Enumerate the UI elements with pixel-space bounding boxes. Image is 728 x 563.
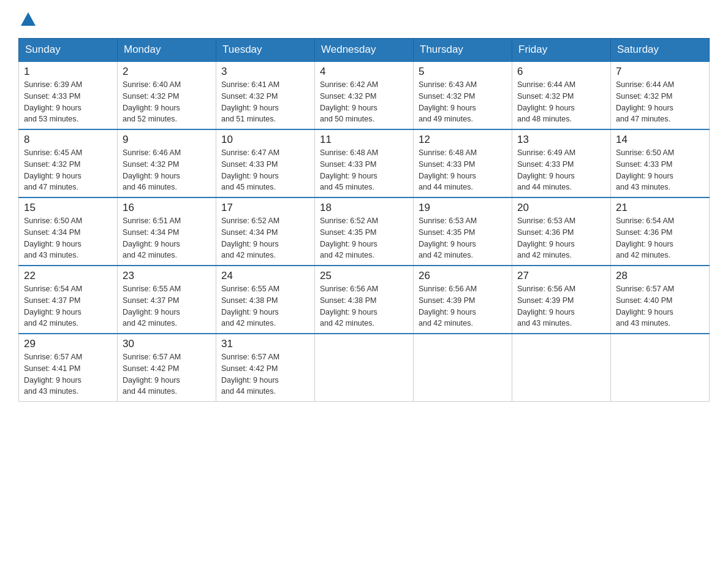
calendar-cell: 18 Sunrise: 6:52 AMSunset: 4:35 PMDaylig… <box>315 197 414 266</box>
weekday-header-wednesday: Wednesday <box>315 39 414 62</box>
calendar-cell <box>512 334 611 402</box>
day-number: 12 <box>419 134 507 146</box>
weekday-header-tuesday: Tuesday <box>216 39 315 62</box>
week-row-5: 29 Sunrise: 6:57 AMSunset: 4:41 PMDaylig… <box>19 334 710 402</box>
day-info: Sunrise: 6:56 AMSunset: 4:39 PMDaylight:… <box>517 285 575 327</box>
day-number: 9 <box>123 134 211 146</box>
day-number: 22 <box>24 270 112 282</box>
calendar-cell: 22 Sunrise: 6:54 AMSunset: 4:37 PMDaylig… <box>19 266 118 334</box>
calendar-cell: 1 Sunrise: 6:39 AMSunset: 4:33 PMDayligh… <box>19 61 118 129</box>
calendar-cell: 7 Sunrise: 6:44 AMSunset: 4:32 PMDayligh… <box>611 61 710 129</box>
calendar-cell: 25 Sunrise: 6:56 AMSunset: 4:38 PMDaylig… <box>315 266 414 334</box>
day-number: 30 <box>123 338 211 350</box>
logo <box>18 12 37 28</box>
calendar-cell: 30 Sunrise: 6:57 AMSunset: 4:42 PMDaylig… <box>118 334 216 402</box>
day-number: 17 <box>221 202 309 214</box>
day-info: Sunrise: 6:44 AMSunset: 4:32 PMDaylight:… <box>616 80 674 123</box>
day-number: 8 <box>24 134 112 146</box>
calendar-cell: 11 Sunrise: 6:48 AMSunset: 4:33 PMDaylig… <box>315 129 414 197</box>
calendar-cell: 4 Sunrise: 6:42 AMSunset: 4:32 PMDayligh… <box>315 61 414 129</box>
calendar-cell: 27 Sunrise: 6:56 AMSunset: 4:39 PMDaylig… <box>512 266 611 334</box>
day-info: Sunrise: 6:41 AMSunset: 4:32 PMDaylight:… <box>221 80 279 123</box>
day-info: Sunrise: 6:53 AMSunset: 4:35 PMDaylight:… <box>419 216 477 259</box>
day-number: 18 <box>320 202 408 214</box>
day-info: Sunrise: 6:56 AMSunset: 4:39 PMDaylight:… <box>419 285 477 327</box>
day-info: Sunrise: 6:43 AMSunset: 4:32 PMDaylight:… <box>419 80 477 123</box>
week-row-3: 15 Sunrise: 6:50 AMSunset: 4:34 PMDaylig… <box>19 197 710 266</box>
weekday-header-sunday: Sunday <box>19 39 118 62</box>
calendar-cell: 17 Sunrise: 6:52 AMSunset: 4:34 PMDaylig… <box>216 197 315 266</box>
day-number: 10 <box>221 134 309 146</box>
day-info: Sunrise: 6:50 AMSunset: 4:33 PMDaylight:… <box>616 148 674 191</box>
calendar-cell: 5 Sunrise: 6:43 AMSunset: 4:32 PMDayligh… <box>414 61 512 129</box>
calendar-cell: 26 Sunrise: 6:56 AMSunset: 4:39 PMDaylig… <box>414 266 512 334</box>
calendar-cell <box>611 334 710 402</box>
day-info: Sunrise: 6:45 AMSunset: 4:32 PMDaylight:… <box>24 148 82 191</box>
day-info: Sunrise: 6:54 AMSunset: 4:36 PMDaylight:… <box>616 216 674 259</box>
day-info: Sunrise: 6:53 AMSunset: 4:36 PMDaylight:… <box>517 216 575 259</box>
day-number: 4 <box>320 66 408 78</box>
day-info: Sunrise: 6:47 AMSunset: 4:33 PMDaylight:… <box>221 148 279 191</box>
weekday-header-row: SundayMondayTuesdayWednesdayThursdayFrid… <box>19 39 710 62</box>
calendar-cell: 12 Sunrise: 6:48 AMSunset: 4:33 PMDaylig… <box>414 129 512 197</box>
day-number: 21 <box>616 202 704 214</box>
day-info: Sunrise: 6:48 AMSunset: 4:33 PMDaylight:… <box>419 148 477 191</box>
calendar-cell <box>315 334 414 402</box>
day-number: 23 <box>123 270 211 282</box>
week-row-1: 1 Sunrise: 6:39 AMSunset: 4:33 PMDayligh… <box>19 61 710 129</box>
day-number: 2 <box>123 66 211 78</box>
day-info: Sunrise: 6:52 AMSunset: 4:35 PMDaylight:… <box>320 216 378 259</box>
day-number: 11 <box>320 134 408 146</box>
calendar-cell: 6 Sunrise: 6:44 AMSunset: 4:32 PMDayligh… <box>512 61 611 129</box>
calendar-cell: 2 Sunrise: 6:40 AMSunset: 4:32 PMDayligh… <box>118 61 216 129</box>
day-number: 5 <box>419 66 507 78</box>
logo-triangle-icon <box>20 11 37 28</box>
calendar-cell: 15 Sunrise: 6:50 AMSunset: 4:34 PMDaylig… <box>19 197 118 266</box>
day-number: 14 <box>616 134 704 146</box>
day-info: Sunrise: 6:46 AMSunset: 4:32 PMDaylight:… <box>123 148 181 191</box>
calendar-cell: 13 Sunrise: 6:49 AMSunset: 4:33 PMDaylig… <box>512 129 611 197</box>
weekday-header-saturday: Saturday <box>611 39 710 62</box>
week-row-2: 8 Sunrise: 6:45 AMSunset: 4:32 PMDayligh… <box>19 129 710 197</box>
day-info: Sunrise: 6:49 AMSunset: 4:33 PMDaylight:… <box>517 148 575 191</box>
day-number: 25 <box>320 270 408 282</box>
calendar-table: SundayMondayTuesdayWednesdayThursdayFrid… <box>18 38 710 402</box>
day-info: Sunrise: 6:55 AMSunset: 4:37 PMDaylight:… <box>123 285 181 327</box>
day-info: Sunrise: 6:40 AMSunset: 4:32 PMDaylight:… <box>123 80 181 123</box>
calendar-cell: 9 Sunrise: 6:46 AMSunset: 4:32 PMDayligh… <box>118 129 216 197</box>
calendar-cell: 16 Sunrise: 6:51 AMSunset: 4:34 PMDaylig… <box>118 197 216 266</box>
day-info: Sunrise: 6:57 AMSunset: 4:42 PMDaylight:… <box>221 353 279 396</box>
day-info: Sunrise: 6:57 AMSunset: 4:42 PMDaylight:… <box>123 353 181 396</box>
weekday-header-thursday: Thursday <box>414 39 512 62</box>
day-info: Sunrise: 6:51 AMSunset: 4:34 PMDaylight:… <box>123 216 181 259</box>
day-number: 13 <box>517 134 605 146</box>
day-info: Sunrise: 6:55 AMSunset: 4:38 PMDaylight:… <box>221 285 279 327</box>
weekday-header-friday: Friday <box>512 39 611 62</box>
calendar-cell: 19 Sunrise: 6:53 AMSunset: 4:35 PMDaylig… <box>414 197 512 266</box>
calendar-cell: 31 Sunrise: 6:57 AMSunset: 4:42 PMDaylig… <box>216 334 315 402</box>
calendar-cell <box>414 334 512 402</box>
day-number: 29 <box>24 338 112 350</box>
calendar-cell: 3 Sunrise: 6:41 AMSunset: 4:32 PMDayligh… <box>216 61 315 129</box>
day-number: 20 <box>517 202 605 214</box>
day-info: Sunrise: 6:44 AMSunset: 4:32 PMDaylight:… <box>517 80 575 123</box>
day-number: 24 <box>221 270 309 282</box>
svg-marker-0 <box>21 12 36 26</box>
day-info: Sunrise: 6:42 AMSunset: 4:32 PMDaylight:… <box>320 80 378 123</box>
day-number: 6 <box>517 66 605 78</box>
calendar-cell: 20 Sunrise: 6:53 AMSunset: 4:36 PMDaylig… <box>512 197 611 266</box>
day-info: Sunrise: 6:48 AMSunset: 4:33 PMDaylight:… <box>320 148 378 191</box>
day-number: 1 <box>24 66 112 78</box>
day-info: Sunrise: 6:57 AMSunset: 4:41 PMDaylight:… <box>24 353 82 396</box>
day-info: Sunrise: 6:56 AMSunset: 4:38 PMDaylight:… <box>320 285 378 327</box>
day-number: 26 <box>419 270 507 282</box>
page-header <box>18 12 710 28</box>
calendar-cell: 23 Sunrise: 6:55 AMSunset: 4:37 PMDaylig… <box>118 266 216 334</box>
calendar-cell: 8 Sunrise: 6:45 AMSunset: 4:32 PMDayligh… <box>19 129 118 197</box>
day-info: Sunrise: 6:54 AMSunset: 4:37 PMDaylight:… <box>24 285 82 327</box>
day-number: 16 <box>123 202 211 214</box>
day-number: 28 <box>616 270 704 282</box>
calendar-cell: 29 Sunrise: 6:57 AMSunset: 4:41 PMDaylig… <box>19 334 118 402</box>
day-info: Sunrise: 6:50 AMSunset: 4:34 PMDaylight:… <box>24 216 82 259</box>
day-info: Sunrise: 6:52 AMSunset: 4:34 PMDaylight:… <box>221 216 279 259</box>
